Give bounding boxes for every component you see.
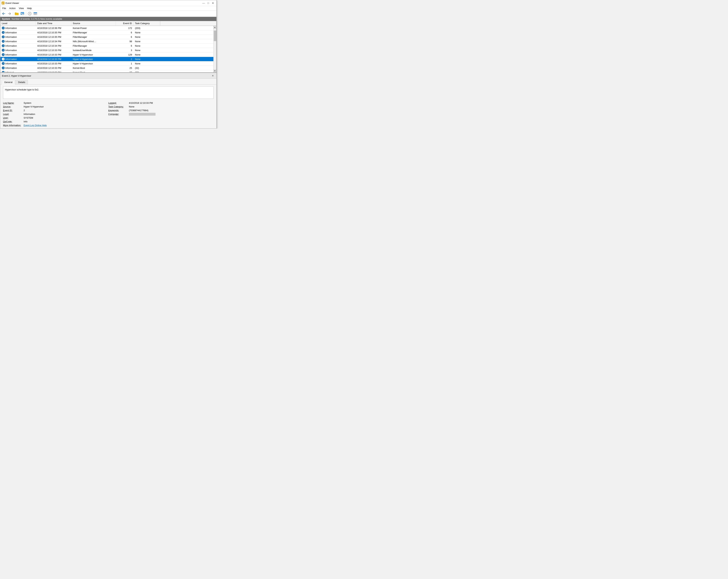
table-row[interactable]: iInformation 4/10/2018 12:10:36 PM Kerne… bbox=[0, 26, 213, 30]
event-count: Number of events: 3,179 (!) New events a… bbox=[11, 18, 62, 20]
field-log-name: Log Name: System bbox=[3, 102, 108, 104]
table-row[interactable]: iInformation 4/10/2018 12:10:35 PM Filte… bbox=[0, 30, 213, 35]
scrollbar-track[interactable] bbox=[213, 29, 216, 70]
col-source[interactable]: Source bbox=[71, 21, 116, 26]
help-button[interactable]: ? bbox=[27, 11, 32, 16]
col-category[interactable]: Task Category bbox=[133, 21, 160, 26]
td-eventid: 2 bbox=[116, 57, 133, 61]
minimize-button[interactable]: — bbox=[202, 1, 206, 5]
td-datetime: 4/10/2018 12:10:35 PM bbox=[36, 30, 71, 34]
new-log-button[interactable] bbox=[20, 11, 25, 16]
table-row[interactable]: iInformat… 4/10/2018 12:10:33 PM Kernel-… bbox=[0, 70, 213, 72]
info-icon: i bbox=[2, 66, 5, 69]
td-level: iInformation bbox=[0, 30, 36, 34]
close-button[interactable]: ✕ bbox=[211, 1, 215, 5]
detail-close-button[interactable]: ✕ bbox=[211, 74, 215, 78]
label-source: Source: bbox=[3, 105, 23, 108]
table-row[interactable]: iInformation 4/10/2018 12:10:34 PM Filte… bbox=[0, 44, 213, 48]
col-scroll-header bbox=[160, 21, 163, 26]
menu-bar: File Action View Help bbox=[0, 6, 216, 11]
forward-button[interactable] bbox=[7, 11, 12, 16]
td-category: (203) bbox=[133, 26, 160, 30]
menu-file[interactable]: File bbox=[1, 6, 7, 10]
td-eventid: 6 bbox=[116, 35, 133, 39]
field-more-info: More Information: Event Log Online Help bbox=[3, 124, 108, 127]
scroll-up-arrow[interactable]: ▲ bbox=[213, 26, 216, 29]
info-icon: i bbox=[2, 71, 5, 72]
table-header: Level Date and Time Source Event ID Task… bbox=[0, 21, 216, 26]
td-category: None bbox=[133, 57, 160, 61]
info-icon: i bbox=[2, 53, 5, 56]
svg-text:?: ? bbox=[29, 12, 30, 15]
title-bar-left: Event Viewer bbox=[2, 2, 19, 4]
properties-button[interactable] bbox=[33, 11, 38, 16]
scroll-down-arrow[interactable]: ▼ bbox=[213, 70, 216, 72]
td-eventid: 6 bbox=[116, 30, 133, 34]
td-source: Hyper-V-Hypervisor bbox=[71, 53, 116, 57]
log-name: System bbox=[2, 18, 10, 20]
td-source: IsolatedUserMode bbox=[71, 48, 116, 52]
info-icon: i bbox=[2, 35, 5, 38]
title-controls: — □ ✕ bbox=[202, 1, 215, 5]
table-row[interactable]: iInformation 4/10/2018 12:10:33 PM Isola… bbox=[0, 48, 213, 53]
td-level: iInformat… bbox=[0, 70, 36, 72]
table-row-selected[interactable]: iInformation 4/10/2018 12:10:33 PM Hyper… bbox=[0, 57, 213, 61]
value-keywords: (70368744177664) bbox=[129, 109, 149, 112]
info-icon: i bbox=[2, 49, 5, 52]
label-eventid: Event ID: bbox=[3, 109, 23, 112]
table-row[interactable]: iInformation 4/10/2018 12:10:34 PM Ntfs … bbox=[0, 39, 213, 44]
field-group-left: Log Name: System Source: Hyper-V-Hypervi… bbox=[3, 102, 108, 127]
td-eventid: 3 bbox=[116, 48, 133, 52]
td-datetime: 4/10/2018 12:10:33 PM bbox=[36, 61, 71, 65]
td-source: Hyper-V-Hypervisor bbox=[71, 61, 116, 65]
value-eventid: 2 bbox=[24, 109, 25, 112]
vertical-scrollbar[interactable]: ▲ ▼ bbox=[213, 26, 216, 72]
td-datetime: 4/10/2018 12:10:35 PM bbox=[36, 35, 71, 39]
back-button[interactable] bbox=[1, 11, 6, 16]
menu-help[interactable]: Help bbox=[26, 6, 33, 10]
tab-details[interactable]: Details bbox=[16, 80, 28, 84]
menu-action[interactable]: Action bbox=[8, 6, 17, 10]
td-eventid: 1 bbox=[116, 61, 133, 65]
field-logged: Logged: 4/10/2018 12:10:33 PM bbox=[108, 102, 213, 104]
svg-rect-1 bbox=[2, 2, 4, 3]
status-bar: System Number of events: 3,179 (!) New e… bbox=[0, 17, 216, 21]
td-category: (32) bbox=[133, 66, 160, 70]
menu-view[interactable]: View bbox=[18, 6, 25, 10]
scrollbar-thumb[interactable] bbox=[214, 30, 216, 41]
col-datetime[interactable]: Date and Time bbox=[36, 21, 71, 26]
table-row[interactable]: iInformation 4/10/2018 12:10:33 PM Hyper… bbox=[0, 53, 213, 57]
info-icon: i bbox=[2, 27, 5, 29]
field-computer: Computer: bbox=[108, 113, 213, 116]
td-source: Kernel-Power bbox=[71, 26, 116, 30]
info-icon: i bbox=[2, 40, 5, 43]
td-category: None bbox=[133, 48, 160, 52]
label-logged: Logged: bbox=[108, 102, 128, 104]
td-eventid: 98 bbox=[116, 39, 133, 44]
svg-rect-5 bbox=[15, 12, 16, 13]
field-level: Level: Information bbox=[3, 113, 108, 115]
td-eventid: 172 bbox=[116, 26, 133, 30]
event-description: Hypervisor scheduler type is 0x2. bbox=[3, 86, 213, 99]
label-more-info: More Information: bbox=[3, 124, 23, 127]
toolbar-sep-1 bbox=[13, 12, 13, 16]
table-row[interactable]: iInformation 4/10/2018 12:10:35 PM Filte… bbox=[0, 35, 213, 39]
open-button[interactable] bbox=[14, 11, 19, 16]
value-source: Hyper-V-Hypervisor bbox=[24, 105, 44, 108]
svg-rect-3 bbox=[2, 4, 3, 4]
tab-general[interactable]: General bbox=[2, 80, 15, 85]
col-eventid[interactable]: Event ID bbox=[116, 21, 133, 26]
td-source: Kernel-Boot bbox=[71, 66, 116, 70]
td-source: FilterManager bbox=[71, 35, 116, 39]
td-source: Hyper-V-Hypervisor bbox=[71, 57, 116, 61]
td-source: FilterManager bbox=[71, 30, 116, 34]
td-category: None bbox=[133, 61, 160, 65]
label-computer: Computer: bbox=[108, 113, 128, 115]
td-source: Kernel-Boot bbox=[71, 70, 116, 72]
link-event-log-help[interactable]: Event Log Online Help bbox=[24, 124, 47, 127]
table-row[interactable]: iInformation 4/10/2018 12:10:33 PM Kerne… bbox=[0, 66, 213, 70]
maximize-button[interactable]: □ bbox=[206, 1, 210, 5]
table-row[interactable]: iInformation 4/10/2018 12:10:33 PM Hyper… bbox=[0, 61, 213, 66]
label-task-category: Task Category: bbox=[108, 105, 128, 108]
col-level[interactable]: Level bbox=[0, 21, 36, 26]
